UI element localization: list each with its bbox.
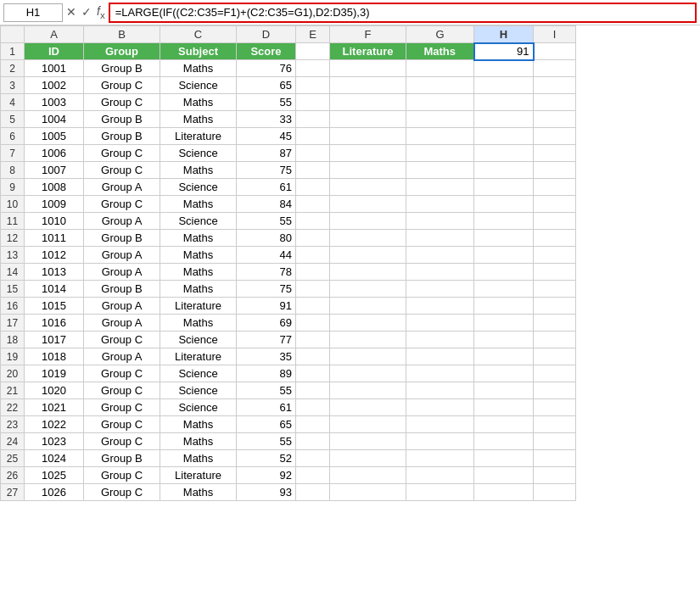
- cell-g19[interactable]: [406, 348, 474, 365]
- cell-h4[interactable]: [474, 94, 534, 111]
- cell-a23[interactable]: 1022: [25, 416, 84, 433]
- cell-c13[interactable]: Maths: [160, 247, 237, 264]
- cell-d7[interactable]: 87: [237, 145, 296, 162]
- cell-c19[interactable]: Literature: [160, 348, 237, 365]
- cell-c15[interactable]: Maths: [160, 281, 237, 298]
- cell-e1[interactable]: [296, 43, 330, 60]
- cell-e21[interactable]: [296, 382, 330, 399]
- cell-g5[interactable]: [406, 111, 474, 128]
- cell-i12[interactable]: [534, 230, 576, 247]
- cell-b18[interactable]: Group C: [84, 332, 160, 348]
- cell-f21[interactable]: [330, 382, 406, 399]
- cell-d13[interactable]: 44: [237, 247, 296, 264]
- cell-g10[interactable]: [406, 196, 474, 213]
- cell-i15[interactable]: [534, 281, 576, 298]
- col-header-a[interactable]: A: [25, 26, 84, 43]
- cell-g13[interactable]: [406, 247, 474, 264]
- cell-g21[interactable]: [406, 382, 474, 399]
- cell-c5[interactable]: Maths: [160, 111, 237, 128]
- cell-d20[interactable]: 89: [237, 365, 296, 382]
- cell-h21[interactable]: [474, 382, 534, 399]
- cell-b26[interactable]: Group C: [84, 467, 160, 484]
- cell-c8[interactable]: Maths: [160, 162, 237, 179]
- cell-e11[interactable]: [296, 213, 330, 230]
- cell-c18[interactable]: Science: [160, 332, 237, 348]
- col-header-e[interactable]: E: [296, 26, 330, 43]
- cell-i4[interactable]: [534, 94, 576, 111]
- cell-i27[interactable]: [534, 484, 576, 501]
- cell-f2[interactable]: [330, 60, 406, 77]
- cell-h7[interactable]: [474, 145, 534, 162]
- cell-d4[interactable]: 55: [237, 94, 296, 111]
- cell-a17[interactable]: 1016: [25, 315, 84, 332]
- cell-g1[interactable]: Maths: [406, 43, 474, 60]
- cell-f14[interactable]: [330, 264, 406, 281]
- cell-a24[interactable]: 1023: [25, 433, 84, 450]
- cell-a12[interactable]: 1011: [25, 230, 84, 247]
- cell-g15[interactable]: [406, 281, 474, 298]
- cell-a18[interactable]: 1017: [25, 332, 84, 348]
- cell-d23[interactable]: 65: [237, 416, 296, 433]
- cell-b5[interactable]: Group B: [84, 111, 160, 128]
- cell-i21[interactable]: [534, 382, 576, 399]
- cell-i25[interactable]: [534, 450, 576, 467]
- col-header-d[interactable]: D: [237, 26, 296, 43]
- cell-h6[interactable]: [474, 128, 534, 145]
- cell-c26[interactable]: Literature: [160, 467, 237, 484]
- cell-g17[interactable]: [406, 315, 474, 332]
- cell-g24[interactable]: [406, 433, 474, 450]
- cell-b2[interactable]: Group B: [84, 60, 160, 77]
- cell-b23[interactable]: Group C: [84, 416, 160, 433]
- cell-g6[interactable]: [406, 128, 474, 145]
- cell-i18[interactable]: [534, 332, 576, 348]
- cell-c22[interactable]: Science: [160, 399, 237, 416]
- cell-c9[interactable]: Science: [160, 179, 237, 196]
- cell-a13[interactable]: 1012: [25, 247, 84, 264]
- cell-b11[interactable]: Group A: [84, 213, 160, 230]
- col-header-h[interactable]: H: [474, 26, 534, 43]
- cell-i7[interactable]: [534, 145, 576, 162]
- cell-c14[interactable]: Maths: [160, 264, 237, 281]
- cell-f18[interactable]: [330, 332, 406, 348]
- cell-b4[interactable]: Group C: [84, 94, 160, 111]
- cell-e10[interactable]: [296, 196, 330, 213]
- cell-d1[interactable]: Score: [237, 43, 296, 60]
- cell-h2[interactable]: [474, 60, 534, 77]
- cell-g11[interactable]: [406, 213, 474, 230]
- cell-c23[interactable]: Maths: [160, 416, 237, 433]
- cell-c12[interactable]: Maths: [160, 230, 237, 247]
- cell-d27[interactable]: 93: [237, 484, 296, 501]
- cell-e7[interactable]: [296, 145, 330, 162]
- cell-h17[interactable]: [474, 315, 534, 332]
- cell-g20[interactable]: [406, 365, 474, 382]
- cell-d12[interactable]: 80: [237, 230, 296, 247]
- cell-a15[interactable]: 1014: [25, 281, 84, 298]
- cell-a11[interactable]: 1010: [25, 213, 84, 230]
- cell-e16[interactable]: [296, 298, 330, 315]
- cell-h3[interactable]: [474, 77, 534, 94]
- cell-a10[interactable]: 1009: [25, 196, 84, 213]
- cell-b22[interactable]: Group C: [84, 399, 160, 416]
- cell-i5[interactable]: [534, 111, 576, 128]
- cell-h12[interactable]: [474, 230, 534, 247]
- cell-a7[interactable]: 1006: [25, 145, 84, 162]
- cell-h19[interactable]: [474, 348, 534, 365]
- cell-c7[interactable]: Science: [160, 145, 237, 162]
- cell-b6[interactable]: Group B: [84, 128, 160, 145]
- cell-c6[interactable]: Literature: [160, 128, 237, 145]
- cell-a3[interactable]: 1002: [25, 77, 84, 94]
- cell-e8[interactable]: [296, 162, 330, 179]
- cell-b25[interactable]: Group B: [84, 450, 160, 467]
- col-header-g[interactable]: G: [406, 26, 474, 43]
- cell-a21[interactable]: 1020: [25, 382, 84, 399]
- cell-c21[interactable]: Science: [160, 382, 237, 399]
- cell-c20[interactable]: Science: [160, 365, 237, 382]
- cell-f23[interactable]: [330, 416, 406, 433]
- cell-d15[interactable]: 75: [237, 281, 296, 298]
- cell-h26[interactable]: [474, 467, 534, 484]
- cell-d6[interactable]: 45: [237, 128, 296, 145]
- cell-g4[interactable]: [406, 94, 474, 111]
- cell-i23[interactable]: [534, 416, 576, 433]
- cell-e18[interactable]: [296, 332, 330, 348]
- cell-a2[interactable]: 1001: [25, 60, 84, 77]
